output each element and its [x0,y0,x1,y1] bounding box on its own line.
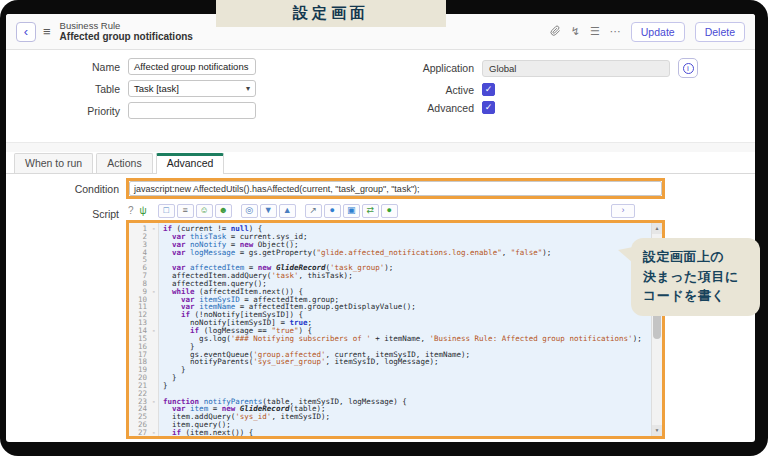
condition-input[interactable]: javascript:new AffectedUtils().hasAffect… [129,181,662,196]
application-info-button[interactable]: i [678,58,698,78]
script-code-editor[interactable]: 1 -2 3 4 5 6 7 8 9 -10 11 12 13 14 -15 1… [126,220,665,439]
code-line: } [163,382,651,390]
table-row: Table Task [task] ▾ [6,80,406,97]
tab-strip: When to runActionsAdvanced [6,152,755,174]
syntax-check-icon[interactable]: ● [324,204,341,218]
code-line: gs.log('### Notifying subscribers of ' +… [163,335,651,343]
application-label: Application [404,62,482,74]
advanced-row: Advanced ✓ [404,101,752,114]
callout-line: 設定画面上の [643,247,752,267]
replace-all-icon[interactable]: ☻ [215,204,232,218]
scroll-down-icon[interactable]: ▼ [652,425,662,436]
code-line: item.addQuery('sys_id', itemSysID); [163,413,651,421]
code-line: } [163,366,651,374]
script-editor-panel: ?ψ□≡☺☻◎▼▲↗●▣⇄● › 1 -2 3 4 5 6 7 8 9 -10 … [126,203,665,439]
toolbar-expand-button[interactable]: › [611,204,635,218]
activity-stream-icon[interactable]: ↯ [571,26,580,37]
advanced-label: Advanced [404,102,482,114]
name-input[interactable]: Affected group notifications [128,58,256,75]
form-fields-left: Name Affected group notifications Table … [6,58,406,124]
condition-highlight: javascript:new AffectedUtils().hasAffect… [126,178,665,199]
delete-button[interactable]: Delete [695,22,745,42]
callout-tail [618,247,633,263]
condition-row: Condition javascript:new AffectedUtils()… [6,178,755,199]
callout-line: 決まった項目に [643,267,752,287]
code-line: if (item.next()) { [163,429,651,436]
toggle-comment-icon[interactable]: □ [158,204,175,218]
tab-advanced[interactable]: Advanced [156,153,225,174]
syntax-tree-icon[interactable]: ψ [140,206,147,216]
priority-input[interactable] [128,102,256,119]
script-label: Script [6,203,126,439]
priority-row: Priority [6,102,406,119]
code-line: var logMessage = gs.getProperty("glide.a… [163,249,651,257]
application-field: Global [482,60,670,77]
info-icon: i [683,63,694,74]
format-code-icon[interactable]: ≡ [177,204,194,218]
more-options-icon[interactable]: ⋯ [610,26,621,37]
record-name-label: Affected group notifications [60,31,193,43]
code-area[interactable]: if (current != null) { var thisTask = cu… [159,223,651,436]
tab-when-to-run[interactable]: When to run [14,153,93,173]
personalize-form-icon[interactable]: ☰ [590,26,600,37]
page-title: 設定画面 [216,0,446,27]
replace-icon[interactable]: ☺ [196,204,213,218]
context-menu-icon[interactable]: ≡ [43,24,51,39]
active-row: Active ✓ [404,83,752,96]
active-checkbox[interactable]: ✓ [482,83,495,96]
scroll-up-icon[interactable]: ▲ [652,223,662,234]
search-icon[interactable]: ◎ [241,204,258,218]
save-icon[interactable]: ▣ [343,204,360,218]
find-previous-icon[interactable]: ▲ [279,204,296,218]
update-button[interactable]: Update [631,22,685,42]
attachment-icon[interactable] [550,25,561,38]
code-line: notifyParents('sys_user_group', itemSysI… [163,358,651,366]
script-debugger-icon[interactable]: ⇄ [362,204,379,218]
back-button[interactable]: ‹ [16,22,36,42]
code-line: } [163,374,651,382]
advanced-checkbox[interactable]: ✓ [482,101,495,114]
line-number[interactable]: 27 - [129,429,156,437]
form-fields-right: Application Global i Active ✓ Advanced ✓ [404,58,752,119]
name-label: Name [6,61,128,73]
help-icon[interactable]: ? [128,206,134,216]
table-label: Table [6,83,128,95]
section-divider [6,142,755,152]
record-type-label: Business Rule [60,20,193,31]
chevron-down-icon: ▾ [246,84,250,93]
application-row: Application Global i [404,58,752,78]
tab-actions[interactable]: Actions [96,153,152,173]
priority-label: Priority [6,105,128,117]
active-label: Active [404,84,482,96]
line-number-gutter: 1 -2 3 4 5 6 7 8 9 -10 11 12 13 14 -15 1… [129,223,159,436]
record-titles: Business Rule Affected group notificatio… [60,20,193,43]
find-next-icon[interactable]: ▼ [260,204,277,218]
open-in-window-icon[interactable]: ↗ [305,204,322,218]
app-window: ‹ ≡ Business Rule Affected group notific… [6,14,755,442]
table-select-value: Task [task] [134,83,179,94]
table-select[interactable]: Task [task] ▾ [128,80,256,97]
condition-label: Condition [6,178,126,199]
script-toolbar: ?ψ□≡☺☻◎▼▲↗●▣⇄● [126,203,665,219]
name-row: Name Affected group notifications [6,58,406,75]
preferences-icon[interactable]: ● [381,204,398,218]
annotation-callout: 設定画面上の 決まった項目に コードを書く [631,238,760,316]
callout-line: コードを書く [643,286,752,306]
header-actions: ↯ ☰ ⋯ Update Delete [550,22,745,42]
